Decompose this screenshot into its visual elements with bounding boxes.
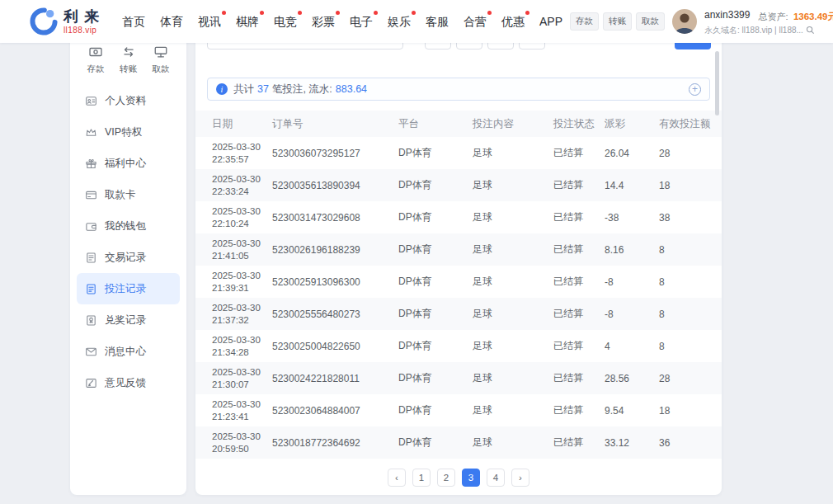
nav-item-label: 体育 — [160, 15, 183, 28]
nav-item-6[interactable]: 电子 — [342, 0, 380, 43]
sidebar-quick-action-1[interactable]: 转账 — [115, 45, 142, 75]
cell-status: 已结算 — [553, 146, 605, 160]
sidebar-item-6[interactable]: 投注记录 — [77, 273, 180, 304]
cell-payout: 4 — [605, 341, 659, 352]
cell-platform: DP体育 — [398, 146, 473, 160]
pagination-page-4[interactable]: 4 — [487, 469, 505, 487]
cell-content: 足球 — [473, 210, 553, 224]
cell-payout: -8 — [605, 309, 659, 320]
profile-icon — [85, 95, 97, 107]
cell-payout: 28.56 — [605, 373, 659, 384]
sidebar-item-label: 福利中心 — [105, 157, 146, 171]
brand-logo[interactable]: 利来 ll188.vip — [30, 7, 105, 35]
cell-date: 2025-03-3021:34:28 — [212, 334, 272, 359]
time-text: 20:59:50 — [212, 443, 272, 455]
date-text: 2025-03-30 — [212, 173, 272, 186]
pagination-page-1[interactable]: 1 — [412, 469, 431, 487]
summary-turnover: 883.64 — [336, 83, 367, 95]
nav-item-label: 优惠 — [501, 15, 525, 28]
table-row: 2025-03-3022:35:575230036073295127DP体育足球… — [195, 137, 722, 169]
date-text: 2025-03-30 — [212, 141, 272, 153]
info-icon — [216, 83, 228, 95]
search-icon[interactable] — [806, 26, 815, 35]
nav-item-0[interactable]: 首页 — [115, 0, 153, 43]
cell-payout: 33.12 — [605, 437, 659, 449]
table-row: 2025-03-3021:30:075230024221828011DP体育足球… — [195, 362, 722, 394]
plus-circle-icon[interactable] — [689, 83, 701, 96]
nav-item-7[interactable]: 娱乐 — [380, 0, 418, 43]
summary-prefix: 共计 — [233, 82, 254, 97]
nav-item-5[interactable]: 彩票 — [304, 0, 342, 43]
cell-payout: 26.04 — [605, 148, 659, 159]
cell-order: 5230025913096300 — [272, 276, 398, 288]
pagination-page-2[interactable]: 2 — [437, 469, 455, 487]
main-nav: 首页体育视讯棋牌电竞彩票电子娱乐客服合营优惠APP — [115, 0, 570, 43]
time-text: 21:39:31 — [212, 282, 272, 294]
cell-date: 2025-03-3022:35:57 — [212, 141, 272, 166]
scrollbar-thumb[interactable] — [715, 51, 719, 115]
table-row: 2025-03-3022:10:245230031473029608DP体育足球… — [195, 201, 722, 233]
nav-item-1[interactable]: 体育 — [153, 0, 191, 43]
permanent-domain: 永久域名: ll188.vip | ll188... — [704, 26, 803, 35]
sidebar-item-5[interactable]: 交易记录 — [77, 242, 180, 273]
sidebar-quick-action-0[interactable]: 存款 — [82, 45, 109, 75]
hot-badge — [298, 11, 302, 15]
top-bar: 利来 ll188.vip 首页体育视讯棋牌电竞彩票电子娱乐客服合营优惠APP 存… — [0, 0, 833, 43]
cell-valid-amount: 8 — [659, 309, 705, 320]
sidebar-item-4[interactable]: 我的钱包 — [77, 210, 180, 242]
user-quick-button-2[interactable]: 取款 — [636, 12, 665, 31]
user-quick-button-0[interactable]: 存款 — [570, 12, 599, 31]
pagination-page-3[interactable]: 3 — [462, 469, 480, 487]
deposit-icon — [88, 45, 103, 59]
nav-item-3[interactable]: 棋牌 — [228, 0, 266, 43]
avatar[interactable] — [672, 9, 697, 34]
pagination-prev[interactable]: ‹ — [388, 469, 406, 487]
nav-item-label: 视讯 — [198, 15, 221, 28]
nav-item-10[interactable]: 优惠 — [494, 0, 532, 43]
brand-domain: ll188.vip — [64, 26, 105, 35]
nav-item-8[interactable]: 客服 — [418, 0, 456, 43]
table-row: 2025-03-3021:37:325230025556480273DP体育足球… — [195, 298, 722, 330]
sidebar-item-2[interactable]: 福利中心 — [77, 148, 180, 179]
user-info: anxin3399 总资产: 1363.49元 永久域名: ll188.vip … — [704, 8, 833, 35]
sidebar-item-3[interactable]: 取款卡 — [77, 179, 180, 210]
cell-order: 5230024221828011 — [272, 373, 398, 384]
time-text: 22:35:57 — [212, 153, 272, 166]
nav-item-2[interactable]: 视讯 — [191, 0, 228, 43]
cell-status: 已结算 — [553, 243, 605, 257]
cell-payout: 8.16 — [605, 244, 659, 256]
cell-order: 5230018772364692 — [272, 437, 398, 449]
bet-records-table: 日期订单号平台投注内容投注状态派彩有效投注额 2025-03-3022:35:5… — [195, 111, 722, 459]
sidebar-item-0[interactable]: 个人资料 — [77, 85, 180, 116]
date-text: 2025-03-30 — [212, 205, 272, 218]
cell-valid-amount: 36 — [659, 437, 705, 449]
cell-status: 已结算 — [553, 371, 605, 385]
cell-date: 2025-03-3021:37:32 — [212, 302, 272, 327]
user-quick-button-1[interactable]: 转账 — [603, 12, 632, 31]
cell-platform: DP体育 — [398, 403, 473, 417]
cell-valid-amount: 28 — [659, 373, 705, 384]
pagination-next[interactable]: › — [511, 469, 529, 487]
sidebar-item-1[interactable]: VIP特权 — [77, 116, 180, 148]
sidebar: 存款转账取款 个人资料VIP特权福利中心取款卡我的钱包交易记录投注记录兑奖记录消… — [70, 23, 186, 495]
sidebar-item-9[interactable]: 意见反馈 — [77, 367, 180, 398]
sidebar-item-8[interactable]: 消息中心 — [77, 336, 180, 367]
summary-bar: 共计 37 笔投注, 流水: 883.64 — [207, 78, 710, 101]
cell-valid-amount: 38 — [659, 212, 705, 224]
nav-item-4[interactable]: 电竞 — [266, 0, 304, 43]
cell-payout: -8 — [605, 276, 659, 288]
sidebar-quick-action-2[interactable]: 取款 — [148, 45, 174, 75]
vip-crown-icon — [85, 126, 97, 139]
nav-item-11[interactable]: APP — [532, 0, 570, 43]
cell-order: 5230023064884007 — [272, 405, 398, 417]
withdraw-icon — [153, 45, 168, 59]
sidebar-item-7[interactable]: 兑奖记录 — [77, 304, 180, 336]
sidebar-item-label: 取款卡 — [105, 188, 136, 202]
nav-item-9[interactable]: 合营 — [456, 0, 494, 43]
nav-item-label: APP — [539, 15, 562, 28]
message-icon — [85, 346, 97, 358]
cell-date: 2025-03-3022:33:24 — [212, 173, 272, 198]
cell-platform: DP体育 — [398, 339, 473, 353]
time-text: 21:30:07 — [212, 379, 272, 391]
cell-date: 2025-03-3022:10:24 — [212, 205, 272, 230]
